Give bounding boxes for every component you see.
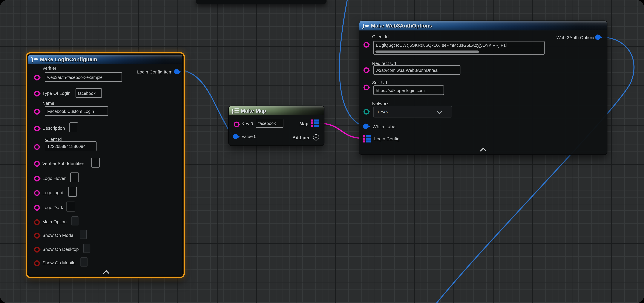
pin-label-network: Network <box>372 101 388 106</box>
logo-hover-input[interactable] <box>70 172 79 182</box>
pin-logo-dark[interactable] <box>34 205 40 210</box>
sdk-url-input[interactable]: https://sdk.openlogin.com <box>373 85 444 95</box>
pin-label-name: Name <box>42 100 54 106</box>
pin-client-id[interactable] <box>34 144 40 150</box>
pin-label-logo-light: Logo Light <box>42 190 63 195</box>
pin-label-main-option: Main Option <box>42 219 66 224</box>
pin-show-on-mobile[interactable] <box>34 260 40 266</box>
key-0-input[interactable]: facebook <box>256 119 283 128</box>
node-header[interactable]: } Make LoginConfigItem <box>28 54 182 64</box>
client-id-scrollbar[interactable] <box>375 50 479 53</box>
pin-type-of-login[interactable] <box>34 91 40 96</box>
pin-verifier-sub-identifier[interactable] <box>34 161 40 167</box>
node-title: Make Map <box>241 107 266 114</box>
show-on-mobile-checkbox[interactable] <box>80 258 87 266</box>
pin-label-sdk-url: Sdk Url <box>372 80 387 85</box>
pin-sdk-url[interactable] <box>364 84 369 90</box>
add-pin-label[interactable]: Add pin <box>292 135 309 140</box>
pin-white-label[interactable] <box>363 124 368 129</box>
logo-dark-input[interactable] <box>66 202 75 212</box>
node-make-map[interactable]: } Make Map Key 0 facebook Map Value 0 Ad… <box>228 106 324 146</box>
blueprint-editor: } Make LoginConfigItem Login Config Item… <box>0 0 644 303</box>
make-struct-icon: } <box>362 23 369 28</box>
output-pin-label: Login Config Item <box>137 70 172 74</box>
show-on-modal-checkbox[interactable] <box>80 230 86 239</box>
pin-label-value-0: Value 0 <box>242 134 256 139</box>
pin-label-show-on-mobile: Show On Mobile <box>42 260 76 265</box>
node-header[interactable]: } Make Web3AuthOptions <box>360 21 607 30</box>
name-input[interactable]: Facebook Custom Login <box>45 106 108 116</box>
description-input[interactable] <box>70 122 78 132</box>
node-make-web3authoptions[interactable]: } Make Web3AuthOptions Web 3Auth Options… <box>359 20 608 155</box>
pin-redirect-url[interactable] <box>364 67 369 73</box>
verifier-sub-identifier-input[interactable] <box>91 158 100 168</box>
output-pin-login-config-item[interactable] <box>174 69 180 74</box>
main-option-checkbox[interactable] <box>72 216 78 226</box>
show-on-desktop-checkbox[interactable] <box>84 244 90 253</box>
pin-label-description: Description <box>42 126 65 130</box>
output-pin-label: Web 3Auth Options <box>556 35 596 40</box>
pin-key-0[interactable] <box>234 122 240 127</box>
pin-login-config[interactable] <box>363 135 371 142</box>
pin-label-logo-hover: Logo Hover <box>42 176 66 181</box>
type-of-login-input[interactable]: facebook <box>76 88 102 98</box>
partial-node-top[interactable] <box>196 0 326 4</box>
node-make-loginconfigitem[interactable]: } Make LoginConfigItem Login Config Item… <box>26 52 185 278</box>
redirect-url-input[interactable]: w3a://com.w3a.Web3AuthUnreal <box>373 65 460 75</box>
pin-label-logo-dark: Logo Dark <box>42 205 63 210</box>
client-id-input[interactable]: BEglQSgt4cUWcj6SKRdu5QkOXTsePmMcusG5EAoy… <box>373 41 544 54</box>
pin-label-key-0: Key 0 <box>242 121 253 126</box>
pin-show-on-modal[interactable] <box>34 233 40 238</box>
output-pin-map[interactable] <box>311 120 319 127</box>
pin-label-show-on-modal: Show On Modal <box>42 233 74 238</box>
make-map-icon: } <box>232 108 239 113</box>
network-value: CYAN <box>378 110 388 114</box>
pin-label-redirect-url: Redirect Url <box>372 61 396 66</box>
make-struct-icon: } <box>31 56 38 62</box>
pin-label-show-on-desktop: Show On Desktop <box>42 247 78 252</box>
node-header[interactable]: } Make Map <box>229 106 324 115</box>
pin-label-client-id: Client Id <box>372 34 388 39</box>
pin-verifier[interactable] <box>34 75 40 80</box>
pin-label-white-label: White Label <box>372 124 396 129</box>
pin-name[interactable] <box>34 109 40 114</box>
pin-logo-light[interactable] <box>34 190 40 196</box>
pin-label-verifier: Verifier <box>42 66 56 71</box>
collapse-chevron-icon[interactable] <box>480 148 486 154</box>
collapse-chevron-icon[interactable] <box>103 270 110 276</box>
pin-main-option[interactable] <box>34 219 40 225</box>
pin-label-login-config: Login Config <box>374 136 400 141</box>
pin-logo-hover[interactable] <box>34 176 40 182</box>
pin-value-0[interactable] <box>233 134 238 139</box>
node-title: Make LoginConfigItem <box>40 56 97 62</box>
pin-label-verifier-sub-identifier: Verifier Sub Identifier <box>42 161 84 166</box>
client-id-text: BEglQSgt4cUWcj6SKRdu5QkOXTsePmMcusG5EAoy… <box>376 43 506 48</box>
verifier-input[interactable]: web3auth-facebook-example <box>45 72 122 82</box>
add-pin-icon[interactable]: + <box>313 134 319 140</box>
logo-light-input[interactable] <box>68 187 77 197</box>
pin-label-type-of-login: Type Of Login <box>42 91 70 96</box>
pin-description[interactable] <box>34 126 40 131</box>
client-id-input[interactable]: 1222658941886084 <box>45 141 96 151</box>
pin-network[interactable] <box>364 109 369 114</box>
output-pin-label-map: Map <box>300 121 308 126</box>
pin-client-id[interactable] <box>364 42 369 48</box>
pin-show-on-desktop[interactable] <box>34 247 40 252</box>
wire-loginconfigitem-to-value0[interactable] <box>178 70 232 136</box>
wire-map-to-loginconfig[interactable] <box>320 123 365 138</box>
pin-label-client-id: Client Id <box>45 137 62 142</box>
output-pin-web3auth-options[interactable] <box>595 34 600 40</box>
graph-canvas[interactable]: } Make LoginConfigItem Login Config Item… <box>0 0 644 303</box>
node-title: Make Web3AuthOptions <box>371 22 432 29</box>
